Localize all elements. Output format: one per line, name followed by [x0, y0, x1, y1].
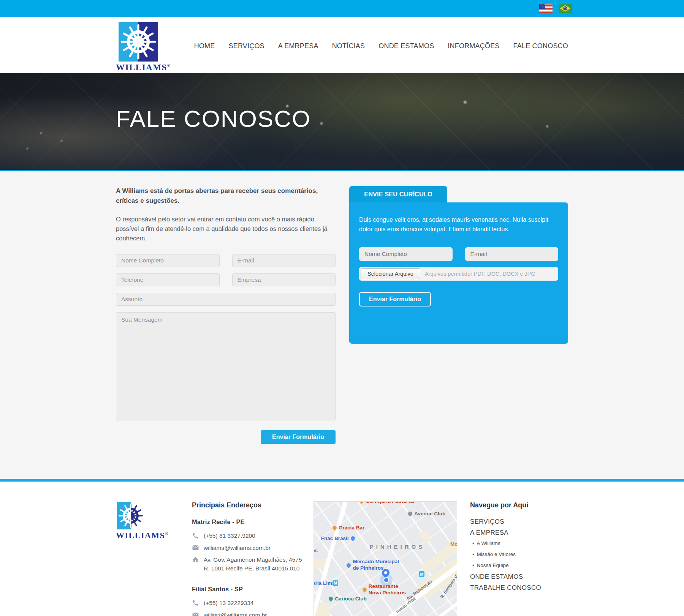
phone-field[interactable]	[116, 273, 220, 286]
map-block	[314, 559, 325, 568]
address-title: Matriz Recife - PE	[192, 518, 314, 526]
site-header: WILLIAMS® HOMESERVIÇOSA EMRPESANOTÍCIASO…	[0, 17, 684, 73]
curriculo-description: Duis congue velit eros, at sodales mauri…	[359, 215, 558, 234]
nav-item[interactable]: INFORMAÇÕES	[448, 42, 499, 50]
footer-divider	[0, 479, 684, 482]
curriculo-panel: Duis congue velit eros, at sodales mauri…	[349, 202, 568, 344]
email-field[interactable]	[232, 254, 336, 267]
map-poi	[383, 577, 389, 583]
nav-item[interactable]: SERVIÇOS	[228, 42, 264, 50]
phone-row: (+55) 81 3327.9200	[192, 532, 314, 540]
footer-nav-item[interactable]: A Williams	[472, 540, 568, 546]
phone-number[interactable]: (+55) 13 32229334	[204, 599, 253, 607]
email-address[interactable]: willssz@williams.com.br	[204, 611, 267, 616]
phone-icon	[192, 599, 199, 607]
map-poi: os	[314, 548, 318, 553]
contact-form	[116, 254, 336, 306]
select-file-button[interactable]: Selecionar Arquivo	[361, 269, 420, 279]
footer-brand-wordmark: WILLIAMS®	[116, 531, 192, 540]
nav-item[interactable]: FALE CONOSCO	[513, 42, 568, 50]
map-embed[interactable]: Cervejaria Patriarca Avenue Club Gràcia …	[314, 501, 457, 616]
map-poi: Carioca Club	[329, 596, 366, 602]
street-address: Av. Gov. Agamenon Magalhães, 4575R. 1001…	[204, 556, 302, 573]
contact-submit-button[interactable]: Enviar Formulário	[261, 430, 336, 444]
map-poi: Mc	[450, 541, 457, 547]
curriculo-section: ENVIE SEU CURÍCULO Duis congue velit ero…	[349, 186, 568, 344]
brand-logo[interactable]: WILLIAMS®	[116, 17, 173, 73]
curriculo-submit-button[interactable]: Enviar Formulário	[359, 292, 431, 306]
map-poi: M	[332, 580, 338, 586]
message-field[interactable]	[116, 312, 336, 420]
footer-map-column: Cervejaria Patriarca Avenue Club Gràcia …	[314, 501, 457, 616]
tab-envie-seu-curriculo[interactable]: ENVIE SEU CURÍCULO	[349, 186, 447, 202]
ship-wheel-icon	[116, 502, 146, 529]
main-content: A Williams está de portas abertas para r…	[0, 171, 684, 479]
contact-intro-text: O responsável pelo setor vai entrar em c…	[116, 215, 336, 243]
map-poi: mpaio Vidal	[395, 596, 416, 614]
addresses-title: Principais Endereços	[192, 501, 314, 509]
footer-nav-item[interactable]: SERVIÇOS	[470, 518, 568, 525]
nav-item[interactable]: NOTÍCIAS	[332, 42, 365, 50]
address-title: Filial Santos - SP	[192, 586, 314, 593]
map-poi: aria Lima	[314, 580, 335, 586]
contact-intro-bold: A Williams está de portas abertas para r…	[116, 186, 336, 205]
nav-item[interactable]: HOME	[194, 42, 215, 50]
phone-row: (+55) 13 32229334	[192, 599, 314, 607]
contact-form-section: A Williams está de portas abertas para r…	[116, 186, 336, 444]
home-icon	[192, 556, 199, 563]
page-title: FALE CONOSCO	[116, 105, 311, 132]
footer-addresses: Principais Endereços Matriz Recife - PE …	[192, 501, 314, 616]
top-bar	[0, 0, 684, 17]
email-row: willssz@williams.com.br	[192, 611, 314, 616]
map-road	[407, 601, 457, 616]
map-poi: M	[419, 571, 424, 577]
map-poi: Fnac Brasil	[321, 535, 355, 541]
main-nav: HOMESERVIÇOSA EMRPESANOTÍCIASONDE ESTAMO…	[194, 17, 568, 73]
footer-nav-title: Navegue por Aqui	[470, 501, 568, 509]
address-block: Matriz Recife - PE (+55) 81 3327.9200 wi…	[192, 518, 314, 573]
file-upload-field[interactable]: Selecionar Arquivo Arquivos permitidor P…	[359, 267, 558, 281]
curriculo-form: Selecionar Arquivo Arquivos permitidor P…	[359, 247, 558, 281]
footer-nav-item[interactable]: Nossa Equipe	[472, 562, 568, 568]
envelope-icon	[192, 544, 199, 551]
map-poi: Mercado Municipal de Pinheiros	[347, 559, 399, 572]
nav-item[interactable]: ONDE ESTAMOS	[378, 42, 434, 50]
company-field[interactable]	[232, 273, 336, 286]
footer-nav-item[interactable]: TRABALHE CONOSCO	[470, 584, 568, 591]
site-footer: WILLIAMS® Principais Endereços Matriz Re…	[0, 482, 684, 616]
email-row: williams@williams.com.br	[192, 544, 314, 552]
hero-banner: FALE CONOSCO	[0, 73, 684, 171]
footer-nav-column: Navegue por Aqui SERVIÇOSA EMPRESAA Will…	[469, 501, 568, 616]
cv-name-field[interactable]	[359, 247, 453, 261]
cv-email-field[interactable]	[465, 247, 559, 261]
brazil-flag[interactable]	[559, 4, 572, 13]
phone-icon	[192, 532, 199, 539]
phone-number[interactable]: (+55) 81 3327.9200	[204, 532, 255, 540]
map-poi: Gràcia Bar	[332, 525, 364, 531]
file-upload-hint: Arquivos permitidor PDF, DOC, DOCX e JPG	[425, 271, 535, 277]
footer-nav: SERVIÇOSA EMPRESAA WilliamsMissão e Valo…	[470, 518, 568, 591]
nav-item[interactable]: A EMRPESA	[278, 42, 318, 50]
envelope-icon	[192, 611, 199, 616]
map-poi: Restaurante Nova Pinheiros	[363, 583, 406, 596]
address-row: Av. Gov. Agamenon Magalhães, 4575R. 1001…	[192, 556, 314, 573]
email-address[interactable]: williams@williams.com.br	[204, 544, 271, 552]
address-block: Filial Santos - SP (+55) 13 32229334 wil…	[192, 586, 314, 616]
map-poi: Avenue Club	[408, 511, 445, 516]
map-block	[419, 529, 432, 543]
footer-nav-item[interactable]: Missão e Valores	[472, 551, 568, 557]
map-poi: PINHEIROS	[370, 543, 425, 550]
ship-wheel-icon	[116, 22, 161, 62]
footer-brand[interactable]: WILLIAMS®	[116, 501, 192, 616]
footer-nav-item[interactable]: ONDE ESTAMOS	[470, 573, 568, 580]
footer-nav-item[interactable]: A EMPRESA	[470, 529, 568, 536]
us-flag[interactable]	[539, 4, 553, 13]
brand-wordmark: WILLIAMS®	[116, 63, 173, 73]
map-poi: Cervejaria Patriarca	[359, 501, 414, 504]
subject-field[interactable]	[116, 293, 336, 306]
name-field[interactable]	[116, 254, 220, 267]
